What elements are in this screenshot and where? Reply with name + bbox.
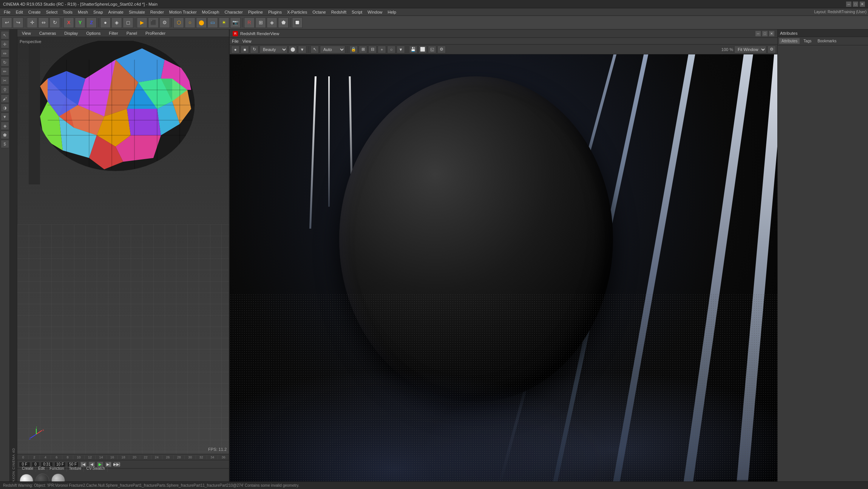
tool-paint[interactable]: 🖌 xyxy=(1,94,9,103)
redshift-mat-button[interactable]: R xyxy=(244,17,255,28)
light-button[interactable]: ☀ xyxy=(219,17,229,28)
menu-create[interactable]: Create xyxy=(26,9,43,15)
scale-tool-button[interactable]: ⇔ xyxy=(38,17,49,28)
rv-fit-dropdown[interactable]: Fit Window 1:1 50% xyxy=(734,46,766,53)
menu-pipeline[interactable]: Pipeline xyxy=(246,9,265,15)
render-button[interactable]: ▶ xyxy=(137,17,147,28)
rv-arrow-button[interactable]: ▼ xyxy=(298,46,306,53)
rv-cursor-button[interactable]: ↖ xyxy=(310,46,319,53)
tool-knife[interactable]: ✂ xyxy=(1,76,9,85)
redo-button[interactable]: ↪ xyxy=(13,17,23,28)
menu-select[interactable]: Select xyxy=(44,9,60,15)
rv-channel-button[interactable]: ⬤ xyxy=(289,46,297,53)
mat-tab-edit[interactable]: Edit xyxy=(36,466,47,472)
rotate-tool-button[interactable]: ↻ xyxy=(49,17,60,28)
viewport-tab-filter[interactable]: Filter xyxy=(107,30,120,36)
menu-render[interactable]: Render xyxy=(148,9,166,15)
tool-extra1[interactable]: ▼ xyxy=(1,113,9,121)
viewport-tab-view[interactable]: View xyxy=(20,30,33,36)
render-settings-button[interactable]: ⚙ xyxy=(159,17,170,28)
mat-tab-cv-swatch[interactable]: CV-Swatch xyxy=(84,466,107,472)
menu-file[interactable]: File xyxy=(2,9,13,15)
render-region-button[interactable]: ⬛ xyxy=(148,17,159,28)
tool-move[interactable]: ✛ xyxy=(1,40,9,48)
rv-save-button[interactable]: 💾 xyxy=(409,46,417,53)
points-mode-button[interactable]: ● xyxy=(100,17,111,28)
edges-mode-button[interactable]: ◈ xyxy=(111,17,122,28)
viewport-canvas[interactable]: Perspective X Y Z FPS: 11.2 xyxy=(17,37,229,454)
maximize-button[interactable]: □ xyxy=(853,2,858,7)
minimize-button[interactable]: ─ xyxy=(846,2,851,7)
rv-stop-button[interactable]: ■ xyxy=(241,46,249,53)
close-button[interactable]: ✕ xyxy=(860,2,865,7)
rv-settings-button[interactable]: ⚙ xyxy=(437,46,446,53)
viewport-tab-display[interactable]: Display xyxy=(62,30,80,36)
menu-snap[interactable]: Snap xyxy=(91,9,105,15)
attr-tab-attributes[interactable]: Attributes xyxy=(779,38,800,44)
menu-tools[interactable]: Tools xyxy=(60,9,75,15)
render-view-minimize[interactable]: ─ xyxy=(755,31,761,36)
menu-character[interactable]: Character xyxy=(222,9,245,15)
menu-mograph[interactable]: MoGraph xyxy=(200,9,222,15)
cube-object-button[interactable]: ⬡ xyxy=(173,17,184,28)
mat-tab-create[interactable]: Create xyxy=(20,466,36,472)
tool-brush[interactable]: ✏ xyxy=(1,67,9,76)
rv-region-button[interactable]: ◱ xyxy=(428,46,436,53)
menu-edit[interactable]: Edit xyxy=(14,9,25,15)
camera-button[interactable]: 📷 xyxy=(230,17,241,28)
z-axis-button[interactable]: Z xyxy=(86,17,97,28)
cylinder-button[interactable]: ⬤ xyxy=(196,17,207,28)
rv-menu-file[interactable]: File xyxy=(232,39,239,43)
viewport-tab-prorender[interactable]: ProRender xyxy=(143,30,168,36)
y-axis-button[interactable]: Y xyxy=(75,17,85,28)
rv-compare-button[interactable]: ⬜ xyxy=(419,46,427,53)
mat-tab-function[interactable]: Function xyxy=(47,466,66,472)
mat-tab-texture[interactable]: Texture xyxy=(67,466,84,472)
rv-arrow2-button[interactable]: ▼ xyxy=(397,46,405,53)
menu-x-particles[interactable]: X-Particles xyxy=(285,9,309,15)
x-axis-button[interactable]: X xyxy=(63,17,74,28)
viewport-tab-options[interactable]: Options xyxy=(84,30,103,36)
rv-lock-button[interactable]: 🔒 xyxy=(349,46,358,53)
menu-redshift[interactable]: Redshift xyxy=(329,9,349,15)
rv-auto-dropdown[interactable]: Auto Manual xyxy=(320,46,345,53)
rv-settings2-button[interactable]: ⚙ xyxy=(768,46,776,53)
tool-extra4[interactable]: $ xyxy=(1,140,9,148)
rv-grid-button[interactable]: ⊞ xyxy=(359,46,367,53)
tool-select[interactable]: ↖ xyxy=(1,31,9,39)
menu-help[interactable]: Help xyxy=(385,9,398,15)
menu-motion-tracker[interactable]: Motion Tracker xyxy=(167,9,199,15)
rv-menu-view[interactable]: View xyxy=(242,39,252,43)
tool-scale[interactable]: ⇔ xyxy=(1,49,9,57)
menu-octane[interactable]: Octane xyxy=(310,9,328,15)
rv-circle-button[interactable]: ○ xyxy=(387,46,395,53)
move-tool-button[interactable]: ✛ xyxy=(27,17,37,28)
menu-window[interactable]: Window xyxy=(365,9,385,15)
rv-grid2-button[interactable]: ⊟ xyxy=(368,46,377,53)
render-canvas[interactable]: Frame: 0; 2018-07-19 19:12:15 (14:43s) xyxy=(230,54,777,489)
extra-btn-3[interactable]: ⬟ xyxy=(278,17,289,28)
render-view-close[interactable]: ✕ xyxy=(769,31,774,36)
viewport-tab-cameras[interactable]: Cameras xyxy=(37,30,59,36)
tool-rotate[interactable]: ↻ xyxy=(1,58,9,67)
rv-mode-dropdown[interactable]: Beauty Diffuse Specular xyxy=(259,46,287,53)
tool-extra2[interactable]: ◈ xyxy=(1,122,9,130)
rv-refresh-button[interactable]: ↻ xyxy=(250,46,258,53)
menu-plugins[interactable]: Plugins xyxy=(266,9,284,15)
menu-simulate[interactable]: Simulate xyxy=(127,9,147,15)
extra-btn-1[interactable]: ⊞ xyxy=(255,17,266,28)
attr-tab-bookmarks[interactable]: Bookmarks xyxy=(815,38,839,44)
rv-render-button[interactable]: ● xyxy=(231,46,239,53)
tool-extra3[interactable]: ⬟ xyxy=(1,131,9,139)
snap-button[interactable]: 🔲 xyxy=(292,17,303,28)
render-view-maximize[interactable]: □ xyxy=(762,31,768,36)
plane-button[interactable]: ▭ xyxy=(207,17,218,28)
menu-mesh[interactable]: Mesh xyxy=(76,9,90,15)
extra-btn-2[interactable]: ◈ xyxy=(267,17,277,28)
attr-tab-tags[interactable]: Tags xyxy=(801,38,814,44)
viewport-tab-panel[interactable]: Panel xyxy=(124,30,139,36)
sphere-button[interactable]: ○ xyxy=(185,17,195,28)
menu-script[interactable]: Script xyxy=(349,9,364,15)
rv-crosshair-button[interactable]: + xyxy=(378,46,386,53)
menu-animate[interactable]: Animate xyxy=(106,9,126,15)
